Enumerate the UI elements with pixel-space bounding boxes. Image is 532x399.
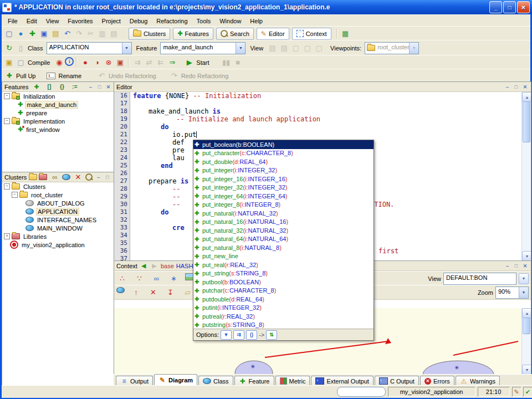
collapse-icon[interactable]: − <box>12 192 18 198</box>
system-info-icon[interactable]: i <box>65 57 74 66</box>
client-link-tool-icon[interactable]: ∞ <box>151 273 162 284</box>
chevron-down-icon[interactable]: ▼ <box>519 287 528 298</box>
status-input[interactable] <box>337 387 386 397</box>
menu-favorites[interactable]: Favorites <box>63 17 97 25</box>
tab-diagram[interactable]: ✎Diagram <box>154 374 197 386</box>
tab-external-output[interactable]: ›External Output <box>311 376 373 386</box>
close-icon[interactable]: ✕ <box>521 263 529 269</box>
diagram-node-2[interactable]: ✳ <box>454 365 459 371</box>
tree-item-implementation[interactable]: −Implementation <box>2 117 114 125</box>
new-window-icon[interactable]: ▢ <box>3 28 15 39</box>
completion-item-putint[interactable]: ✚putint (i: INTEGER_32) <box>193 304 374 313</box>
system-settings-icon[interactable]: ▣ <box>3 57 15 68</box>
search-button[interactable]: Search <box>216 28 254 40</box>
refresh-class-icon[interactable]: ↻ <box>3 43 15 54</box>
pull-up-tool-icon[interactable]: ↑ <box>130 287 142 298</box>
completion-item-put-real[interactable]: ✚put_real (r: REAL_32) <box>193 260 374 269</box>
editable-status-icon[interactable]: ✎ <box>512 387 521 397</box>
cluster-figure-tool-icon[interactable]: ∵ <box>134 273 145 284</box>
tree-item-about-dialog[interactable]: ABOUT_DIALOG <box>2 199 114 207</box>
completion-item-put-boolean[interactable]: ✚put_boolean (b: BOOLEAN) <box>193 140 374 149</box>
completion-item-put-integer-64[interactable]: ✚put_integer_64 (i: INTEGER_64) <box>193 192 374 201</box>
tree-item-initialization[interactable]: −Initialization <box>2 92 114 100</box>
minimize-button[interactable]: _ <box>489 1 502 13</box>
close-icon[interactable]: ✕ <box>105 84 112 90</box>
view-dropdown-icon[interactable]: ▼ <box>519 273 529 284</box>
code-line-18[interactable]: make_and_launch is <box>130 108 522 115</box>
chevron-down-icon[interactable]: ▼ <box>236 43 245 54</box>
history-back-icon[interactable]: ◀ <box>140 262 148 270</box>
feature-combo[interactable]: make_and_launch ▼ <box>160 42 245 54</box>
context-crumb-class[interactable]: base <box>161 263 174 269</box>
scroll-up-icon[interactable]: ▲ <box>522 308 531 318</box>
context-button[interactable]: Context <box>292 28 331 40</box>
tree-item-prepare[interactable]: ✚prepare <box>2 109 114 117</box>
pull-up-button[interactable]: ✚ Pull Up <box>3 70 39 81</box>
tab-warnings[interactable]: ⚠Warnings <box>456 376 500 386</box>
editor-button[interactable]: ✎Editor <box>257 28 289 40</box>
diagram-node-1[interactable]: ✳ <box>250 364 255 370</box>
maximize-icon[interactable]: □ <box>104 174 111 181</box>
inheritance-link-tool-icon[interactable]: ∗ <box>168 273 180 284</box>
menu-help[interactable]: Help <box>245 17 267 25</box>
completion-item-put-integer-32[interactable]: ✚put_integer_32 (i: INTEGER_32) <box>193 183 374 192</box>
scroll-down-icon[interactable]: ▼ <box>522 251 531 261</box>
send-to-external-icon[interactable]: ▦ <box>340 28 351 39</box>
menu-project[interactable]: Project <box>98 17 125 25</box>
maximize-icon[interactable]: □ <box>96 84 103 90</box>
scroll-down-icon[interactable]: ▼ <box>522 365 531 375</box>
tree-item-my-vision2-application[interactable]: my_vision2_application <box>2 241 114 249</box>
close-button[interactable]: ✕ <box>517 1 530 13</box>
tab-output[interactable]: ≡Output <box>116 376 153 386</box>
remote-features-button[interactable]: ⇉ <box>233 330 244 340</box>
completion-item-put-new-line[interactable]: ✚put_new_line <box>193 252 374 261</box>
routines-filter-icon[interactable]: {} <box>56 83 68 91</box>
completion-item-put-natural-64[interactable]: ✚put_natural_64 (i: NATURAL_64) <box>193 235 374 244</box>
tree-item-main-window[interactable]: MAIN_WINDOW <box>2 224 114 232</box>
tree-item-interface-names[interactable]: INTERFACE_NAMES <box>2 216 114 224</box>
anchor-tool-icon[interactable]: ↧ <box>165 287 176 298</box>
save-all-icon[interactable]: ▤ <box>50 28 62 39</box>
code-line-17[interactable] <box>130 100 522 108</box>
add-class-icon[interactable] <box>62 174 70 180</box>
editor-panel-header[interactable]: Editor –□✕ <box>114 82 531 92</box>
completion-item-putreal[interactable]: ✚putreal (r: REAL_32) <box>193 312 374 321</box>
compile-label[interactable]: Compile <box>28 59 50 66</box>
diagram-vscroll-thumb[interactable] <box>523 318 530 334</box>
tab-class[interactable]: Class <box>198 376 233 386</box>
code-line-20[interactable]: do <box>130 123 522 131</box>
features-panel-header[interactable]: Features ✚[]{}:= –□✕ <box>2 82 114 92</box>
completion-item-put-integer[interactable]: ✚put_integer (i: INTEGER_32) <box>193 166 374 175</box>
run-ignoring-breakpoints-icon[interactable]: ⇒ <box>166 57 178 68</box>
completion-item-putchar[interactable]: ✚putchar (c: CHARACTER_8) <box>193 287 374 295</box>
minimize-icon[interactable]: – <box>504 84 511 90</box>
disable-breakpoints-icon[interactable]: ◑ <box>91 57 103 68</box>
close-icon[interactable]: ✕ <box>521 84 529 90</box>
rename-button[interactable]: I... Rename <box>47 73 85 79</box>
collapse-icon[interactable]: − <box>4 183 10 190</box>
tree-item-first-window[interactable]: ✚first_window <box>2 125 114 134</box>
tree-item-application[interactable]: APPLICATION <box>2 207 114 216</box>
add-feature-icon[interactable]: ✚ <box>30 83 42 91</box>
start-button[interactable]: ▶ Start <box>183 57 212 68</box>
remove-breakpoints-icon[interactable]: ⊗ <box>103 57 114 68</box>
add-library-icon[interactable] <box>39 174 47 180</box>
compiled-status-icon[interactable]: ✔ <box>523 387 532 397</box>
history-forward-icon[interactable]: ▶ <box>150 262 158 270</box>
tree-item-make-and-launch[interactable]: ✚make_and_launch <box>2 100 114 109</box>
view-combo[interactable]: DEFAULT:BON <box>443 273 516 285</box>
completion-item-put-string[interactable]: ✚put_string (s: STRING_8) <box>193 269 374 278</box>
breakpoints-tool-icon[interactable]: ▣ <box>114 57 126 68</box>
save-icon[interactable]: ▣ <box>38 28 50 39</box>
class-doc-icon[interactable]: ▯ <box>15 43 27 54</box>
remove-item-icon[interactable]: ✕ <box>72 172 84 183</box>
new-class-icon[interactable]: ✚ <box>27 28 38 39</box>
add-link-icon[interactable]: ∞ <box>49 172 60 183</box>
menu-tools[interactable]: Tools <box>192 17 216 25</box>
tree-item-clusters[interactable]: −Clusters <box>2 182 114 191</box>
class-combo[interactable]: APPLICATION ▼ <box>47 42 132 54</box>
tree-item-root-cluster[interactable]: −root_cluster <box>2 191 114 199</box>
zoom-combo[interactable]: 90% ▼ <box>495 287 529 299</box>
minimize-icon[interactable]: – <box>95 174 102 181</box>
minimize-icon[interactable]: – <box>87 84 94 90</box>
